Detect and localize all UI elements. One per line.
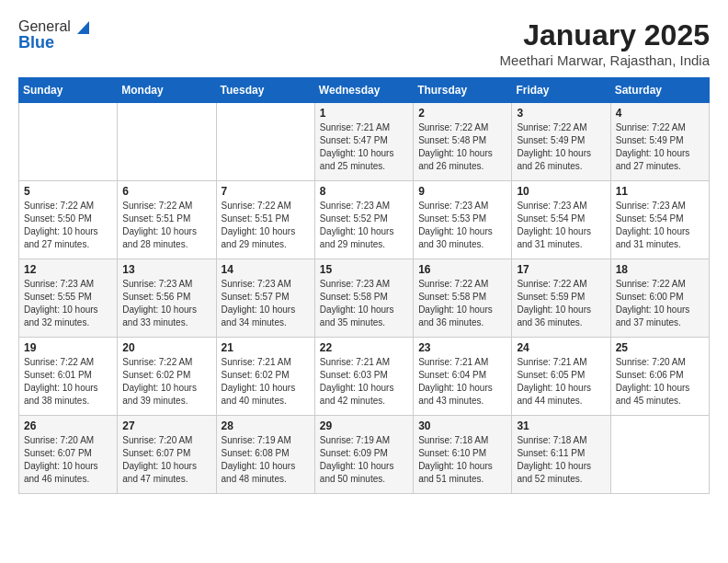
calendar-cell: 9Sunrise: 7:23 AM Sunset: 5:53 PM Daylig… (414, 181, 512, 259)
calendar-week-row: 19Sunrise: 7:22 AM Sunset: 6:01 PM Dayli… (19, 338, 710, 416)
calendar-cell: 6Sunrise: 7:22 AM Sunset: 5:51 PM Daylig… (118, 181, 216, 259)
cell-content: Sunrise: 7:21 AM Sunset: 6:03 PM Dayligh… (320, 356, 408, 408)
cell-content: Sunrise: 7:22 AM Sunset: 6:02 PM Dayligh… (122, 356, 210, 408)
calendar-cell: 27Sunrise: 7:20 AM Sunset: 6:07 PM Dayli… (118, 416, 216, 494)
cell-content: Sunrise: 7:23 AM Sunset: 5:58 PM Dayligh… (320, 278, 408, 329)
title-block: January 2025 Meethari Marwar, Rajasthan,… (500, 18, 710, 68)
day-number: 11 (616, 185, 704, 198)
logo-arrow-icon (73, 17, 89, 34)
day-number: 31 (517, 419, 605, 432)
calendar-table: SundayMondayTuesdayWednesdayThursdayFrid… (18, 77, 710, 494)
calendar-cell: 21Sunrise: 7:21 AM Sunset: 6:02 PM Dayli… (216, 338, 314, 416)
month-year-title: January 2025 (500, 18, 710, 52)
day-number: 17 (517, 263, 605, 276)
cell-content: Sunrise: 7:22 AM Sunset: 5:58 PM Dayligh… (418, 278, 506, 329)
calendar-cell: 14Sunrise: 7:23 AM Sunset: 5:57 PM Dayli… (216, 259, 314, 338)
cell-content: Sunrise: 7:20 AM Sunset: 6:07 PM Dayligh… (24, 434, 112, 486)
day-number: 14 (222, 263, 310, 276)
cell-content: Sunrise: 7:22 AM Sunset: 5:48 PM Dayligh… (418, 121, 506, 173)
cell-content: Sunrise: 7:19 AM Sunset: 6:09 PM Dayligh… (320, 434, 408, 486)
day-number: 28 (222, 419, 310, 432)
svg-marker-0 (77, 21, 89, 34)
day-number: 16 (418, 263, 506, 276)
calendar-cell (19, 103, 118, 181)
calendar-cell (610, 416, 709, 494)
calendar-week-row: 26Sunrise: 7:20 AM Sunset: 6:07 PM Dayli… (19, 416, 710, 494)
calendar-cell: 25Sunrise: 7:20 AM Sunset: 6:06 PM Dayli… (610, 338, 709, 416)
day-number: 25 (616, 341, 704, 354)
day-number: 20 (122, 341, 210, 354)
calendar-cell: 22Sunrise: 7:21 AM Sunset: 6:03 PM Dayli… (314, 338, 413, 416)
weekday-header-thursday: Thursday (414, 78, 512, 103)
weekday-header-tuesday: Tuesday (216, 78, 314, 103)
day-number: 29 (320, 419, 408, 432)
calendar-cell: 4Sunrise: 7:22 AM Sunset: 5:49 PM Daylig… (610, 103, 709, 181)
weekday-header-wednesday: Wednesday (314, 78, 413, 103)
calendar-cell (216, 103, 314, 181)
cell-content: Sunrise: 7:20 AM Sunset: 6:06 PM Dayligh… (616, 356, 704, 408)
day-number: 3 (517, 107, 605, 120)
calendar-cell: 11Sunrise: 7:23 AM Sunset: 5:54 PM Dayli… (610, 181, 709, 259)
day-number: 26 (24, 419, 112, 432)
calendar-cell: 18Sunrise: 7:22 AM Sunset: 6:00 PM Dayli… (610, 259, 709, 338)
weekday-header-row: SundayMondayTuesdayWednesdayThursdayFrid… (19, 78, 710, 103)
day-number: 30 (418, 419, 506, 432)
day-number: 19 (24, 341, 112, 354)
cell-content: Sunrise: 7:22 AM Sunset: 6:01 PM Dayligh… (24, 356, 112, 408)
calendar-cell: 2Sunrise: 7:22 AM Sunset: 5:48 PM Daylig… (414, 103, 512, 181)
calendar-cell: 20Sunrise: 7:22 AM Sunset: 6:02 PM Dayli… (118, 338, 216, 416)
calendar-week-row: 5Sunrise: 7:22 AM Sunset: 5:50 PM Daylig… (19, 181, 710, 259)
calendar-cell: 3Sunrise: 7:22 AM Sunset: 5:49 PM Daylig… (512, 103, 610, 181)
day-number: 5 (24, 185, 112, 198)
logo: General Blue (18, 18, 89, 52)
calendar-cell: 19Sunrise: 7:22 AM Sunset: 6:01 PM Dayli… (19, 338, 118, 416)
cell-content: Sunrise: 7:23 AM Sunset: 5:53 PM Dayligh… (418, 200, 506, 251)
cell-content: Sunrise: 7:22 AM Sunset: 5:51 PM Dayligh… (122, 200, 210, 251)
cell-content: Sunrise: 7:22 AM Sunset: 5:50 PM Dayligh… (24, 200, 112, 251)
calendar-cell: 29Sunrise: 7:19 AM Sunset: 6:09 PM Dayli… (314, 416, 413, 494)
calendar-cell: 30Sunrise: 7:18 AM Sunset: 6:10 PM Dayli… (414, 416, 512, 494)
cell-content: Sunrise: 7:22 AM Sunset: 5:49 PM Dayligh… (616, 121, 704, 173)
calendar-cell: 15Sunrise: 7:23 AM Sunset: 5:58 PM Dayli… (314, 259, 413, 338)
cell-content: Sunrise: 7:23 AM Sunset: 5:52 PM Dayligh… (320, 200, 408, 251)
calendar-cell: 23Sunrise: 7:21 AM Sunset: 6:04 PM Dayli… (414, 338, 512, 416)
cell-content: Sunrise: 7:23 AM Sunset: 5:56 PM Dayligh… (122, 278, 210, 329)
cell-content: Sunrise: 7:20 AM Sunset: 6:07 PM Dayligh… (122, 434, 210, 486)
calendar-cell: 12Sunrise: 7:23 AM Sunset: 5:55 PM Dayli… (19, 259, 118, 338)
day-number: 7 (222, 185, 310, 198)
calendar-cell: 26Sunrise: 7:20 AM Sunset: 6:07 PM Dayli… (19, 416, 118, 494)
day-number: 1 (320, 107, 408, 120)
day-number: 24 (517, 341, 605, 354)
cell-content: Sunrise: 7:21 AM Sunset: 6:04 PM Dayligh… (418, 356, 506, 408)
day-number: 13 (122, 263, 210, 276)
day-number: 15 (320, 263, 408, 276)
calendar-cell (118, 103, 216, 181)
cell-content: Sunrise: 7:22 AM Sunset: 5:51 PM Dayligh… (222, 200, 310, 251)
day-number: 23 (418, 341, 506, 354)
cell-content: Sunrise: 7:23 AM Sunset: 5:57 PM Dayligh… (222, 278, 310, 329)
cell-content: Sunrise: 7:21 AM Sunset: 6:05 PM Dayligh… (517, 356, 605, 408)
cell-content: Sunrise: 7:22 AM Sunset: 6:00 PM Dayligh… (616, 278, 704, 329)
weekday-header-friday: Friday (512, 78, 610, 103)
day-number: 10 (517, 185, 605, 198)
cell-content: Sunrise: 7:18 AM Sunset: 6:10 PM Dayligh… (418, 434, 506, 486)
calendar-week-row: 12Sunrise: 7:23 AM Sunset: 5:55 PM Dayli… (19, 259, 710, 338)
day-number: 8 (320, 185, 408, 198)
calendar-cell: 5Sunrise: 7:22 AM Sunset: 5:50 PM Daylig… (19, 181, 118, 259)
calendar-cell: 1Sunrise: 7:21 AM Sunset: 5:47 PM Daylig… (314, 103, 413, 181)
day-number: 21 (222, 341, 310, 354)
day-number: 18 (616, 263, 704, 276)
calendar-cell: 8Sunrise: 7:23 AM Sunset: 5:52 PM Daylig… (314, 181, 413, 259)
day-number: 4 (616, 107, 704, 120)
cell-content: Sunrise: 7:19 AM Sunset: 6:08 PM Dayligh… (222, 434, 310, 486)
logo-blue: Blue (18, 33, 89, 52)
day-number: 12 (24, 263, 112, 276)
day-number: 22 (320, 341, 408, 354)
calendar-cell: 24Sunrise: 7:21 AM Sunset: 6:05 PM Dayli… (512, 338, 610, 416)
weekday-header-saturday: Saturday (610, 78, 709, 103)
cell-content: Sunrise: 7:23 AM Sunset: 5:54 PM Dayligh… (616, 200, 704, 251)
day-number: 27 (122, 419, 210, 432)
calendar-cell: 31Sunrise: 7:18 AM Sunset: 6:11 PM Dayli… (512, 416, 610, 494)
cell-content: Sunrise: 7:23 AM Sunset: 5:54 PM Dayligh… (517, 200, 605, 251)
calendar-cell: 17Sunrise: 7:22 AM Sunset: 5:59 PM Dayli… (512, 259, 610, 338)
